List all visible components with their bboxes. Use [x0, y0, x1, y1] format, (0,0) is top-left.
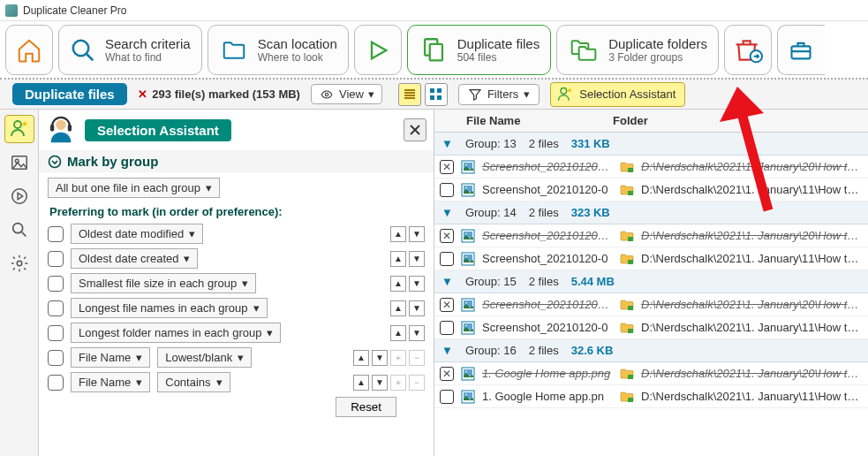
move-up-button[interactable]: ▲ [353, 375, 369, 391]
pref-select[interactable]: File Name ▾ [71, 372, 150, 392]
details-view-button[interactable] [398, 83, 421, 106]
home-button[interactable] [5, 25, 53, 75]
move-down-button[interactable]: ▼ [409, 251, 425, 267]
pref-select[interactable]: Oldest date modified ▾ [71, 224, 203, 244]
secondary-bar: Duplicate files ✕ 293 file(s) marked (15… [0, 80, 868, 110]
folder-small-icon [620, 390, 634, 404]
file-row[interactable]: ✕ 1. Google Home app.png D:\Nerdschalk\2… [434, 362, 868, 385]
rail-selection-assistant[interactable] [4, 115, 34, 143]
tab-search-criteria[interactable]: Search criteria What to find [58, 25, 202, 75]
move-down-button[interactable]: ▼ [409, 226, 425, 242]
pref-checkbox[interactable] [48, 226, 64, 242]
pref-select-label: Smallest file size in each group [79, 277, 237, 290]
file-row[interactable]: ✕ Screenshot_20210120-02 D:\Nerdschalk\2… [434, 156, 868, 179]
gear-icon [10, 254, 29, 273]
rail-settings[interactable] [4, 249, 34, 277]
image-file-icon [461, 367, 475, 381]
tab-duplicate-files[interactable]: Duplicate files 504 files [407, 25, 551, 75]
move-down-button[interactable]: ▼ [409, 276, 425, 292]
pref-checkbox[interactable] [48, 300, 64, 316]
filters-dropdown[interactable]: Filters ▾ [458, 84, 540, 105]
mark-checkbox[interactable] [440, 252, 454, 266]
delete-button[interactable] [724, 25, 772, 75]
selection-assistant-button[interactable]: Selection Assistant [550, 82, 685, 107]
move-up-button[interactable]: ▲ [390, 276, 406, 292]
move-down-button[interactable]: ▼ [372, 350, 388, 366]
col-file-name[interactable]: File Name [461, 114, 608, 127]
start-scan-button[interactable] [354, 25, 402, 75]
move-up-button[interactable]: ▲ [390, 251, 406, 267]
tools-button[interactable] [777, 25, 825, 75]
file-row[interactable]: ✕ Screenshot_20210120-02 D:\Nerdschalk\2… [434, 293, 868, 316]
pref-select-label: Longest folder names in each group [79, 326, 261, 339]
view-dropdown[interactable]: View ▾ [311, 84, 382, 104]
svg-rect-40 [628, 306, 633, 310]
rail-media[interactable] [4, 182, 34, 210]
pref-select[interactable]: Contains ▾ [157, 372, 230, 392]
mark-checkbox[interactable]: ✕ [440, 229, 454, 243]
svg-point-35 [465, 255, 467, 257]
file-row[interactable]: ✕ Screenshot_20210120-02 D:\Nerdschalk\2… [434, 224, 868, 247]
x-icon: ✕ [138, 87, 147, 101]
mark-checkbox[interactable] [440, 183, 454, 197]
pref-checkbox[interactable] [48, 375, 64, 391]
chevron-down-icon: ▾ [368, 87, 374, 101]
group-header[interactable]: ▼ Group: 13 2 files 331 KB [434, 133, 868, 156]
pref-select[interactable]: Smallest file size in each group ▾ [71, 273, 256, 293]
mark-checkbox[interactable] [440, 390, 454, 404]
pref-row: Oldest date modified ▾ ▲ ▼ [48, 224, 425, 244]
mark-checkbox[interactable]: ✕ [440, 298, 454, 312]
pref-checkbox[interactable] [48, 251, 64, 267]
col-folder[interactable]: Folder [608, 114, 868, 127]
svg-rect-2 [430, 43, 442, 59]
list-lines-icon [403, 87, 417, 102]
move-down-button[interactable]: ▼ [409, 300, 425, 316]
selection-assistant-label: Selection Assistant [579, 87, 676, 101]
group-header[interactable]: ▼ Group: 15 2 files 5.44 MB [434, 270, 868, 293]
close-button[interactable] [404, 118, 426, 141]
move-up-button[interactable]: ▲ [390, 226, 406, 242]
mark-checkbox[interactable]: ✕ [440, 160, 454, 174]
pref-select[interactable]: Oldest date created ▾ [71, 248, 198, 269]
pref-select[interactable]: File Name ▾ [71, 347, 150, 368]
rail-find[interactable] [4, 216, 34, 244]
pref-select[interactable]: Longest file names in each group ▾ [71, 298, 268, 318]
remove-button[interactable]: － [409, 350, 425, 366]
headset-person-icon [46, 115, 76, 145]
tab-scan-location[interactable]: Scan location Where to look [208, 25, 349, 75]
move-up-button[interactable]: ▲ [353, 350, 369, 366]
pref-select[interactable]: Longest folder names in each group ▾ [71, 323, 281, 343]
group-header[interactable]: ▼ Group: 14 2 files 323 KB [434, 201, 868, 224]
add-button[interactable]: ＋ [390, 350, 406, 366]
pref-checkbox[interactable] [48, 325, 64, 341]
file-row[interactable]: Screenshot_20210120-0 D:\Nerdschalk\2021… [434, 316, 868, 339]
move-up-button[interactable]: ▲ [390, 325, 406, 341]
main-mode-select[interactable]: All but one file in each group ▾ [48, 178, 220, 198]
pref-checkbox[interactable] [48, 350, 64, 366]
app-icon [5, 4, 18, 17]
mark-checkbox[interactable]: ✕ [440, 367, 454, 381]
svg-rect-18 [50, 125, 54, 131]
file-row[interactable]: Screenshot_20210120-0 D:\Nerdschalk\2021… [434, 247, 868, 270]
move-down-button[interactable]: ▼ [409, 325, 425, 341]
group-header[interactable]: ▼ Group: 16 2 files 32.6 KB [434, 339, 868, 362]
reset-button[interactable]: Reset [336, 397, 396, 417]
pref-checkbox[interactable] [48, 276, 64, 292]
chevron-down-icon: ▾ [267, 326, 273, 339]
mark-checkbox[interactable] [440, 321, 454, 335]
remove-button[interactable]: － [409, 375, 425, 391]
tab-duplicate-folders[interactable]: Duplicate folders 3 Folder groups [556, 25, 719, 75]
thumbnails-view-button[interactable] [425, 83, 448, 106]
sa-section-header[interactable]: Mark by group [39, 150, 434, 172]
file-row[interactable]: 1. Google Home app.pn D:\Nerdschalk\2021… [434, 385, 868, 408]
add-button[interactable]: ＋ [390, 375, 406, 391]
move-down-button[interactable]: ▼ [372, 375, 388, 391]
pref-select[interactable]: Lowest/blank ▾ [157, 347, 252, 368]
rail-images[interactable] [4, 148, 34, 177]
file-path: D:\Nerdschalk\2021\1. January\20\How to … [641, 298, 863, 311]
filters-label: Filters [487, 87, 518, 101]
file-name: Screenshot_20210120-02 [482, 160, 613, 173]
file-row[interactable]: Screenshot_20210120-0 D:\Nerdschalk\2021… [434, 179, 868, 201]
move-up-button[interactable]: ▲ [390, 300, 406, 316]
svg-point-5 [325, 93, 328, 96]
